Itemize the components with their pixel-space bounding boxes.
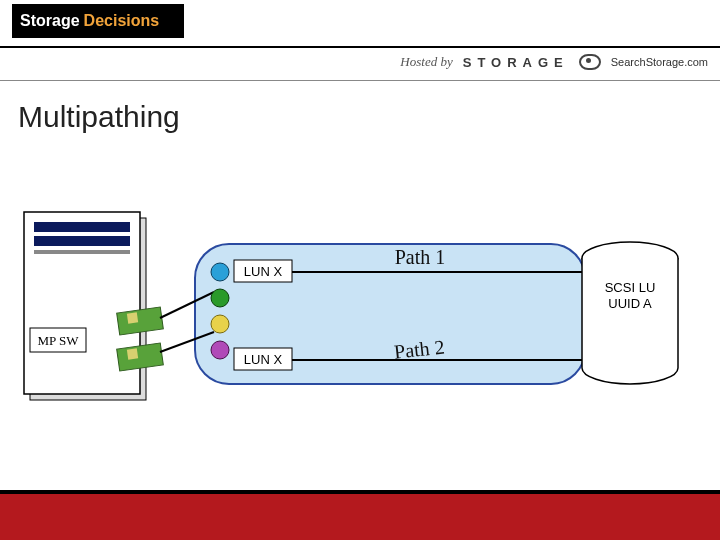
lun-1-label: LUN X (244, 264, 283, 279)
brand-right: Decisions (84, 12, 160, 30)
footer-bar (0, 490, 720, 540)
path-1-label: Path 1 (395, 246, 446, 268)
brand-logo: Storage Decisions (12, 4, 184, 38)
slide: Storage Decisions Hosted by STORAGE Sear… (0, 0, 720, 540)
svg-rect-9 (127, 348, 138, 359)
svg-rect-11 (582, 258, 678, 368)
mp-sw-label: MP SW (37, 333, 79, 348)
server-icon (24, 212, 146, 400)
brand-strip: Storage Decisions (0, 4, 720, 44)
storage-wordmark: STORAGE (463, 55, 569, 70)
svg-rect-4 (34, 250, 130, 254)
disk-label-2: UUID A (608, 296, 652, 311)
diagram: MP SW LUN X LUN X (0, 200, 720, 460)
svg-rect-7 (127, 312, 138, 323)
search-storage-wordmark: SearchStorage.com (611, 56, 708, 68)
hosted-label: Hosted by (400, 54, 452, 70)
divider-sub (0, 80, 720, 81)
port-ball-green (211, 289, 229, 307)
disk-icon (582, 242, 678, 384)
port-ball-yellow (211, 315, 229, 333)
brand-left: Storage (20, 12, 80, 30)
svg-rect-3 (34, 236, 130, 246)
divider-top (0, 46, 720, 48)
port-ball-blue (211, 263, 229, 281)
disk-label-1: SCSI LU (605, 280, 656, 295)
slide-title: Multipathing (18, 100, 180, 134)
svg-rect-2 (34, 222, 130, 232)
eye-icon (579, 54, 601, 70)
hosted-by: Hosted by STORAGE SearchStorage.com (400, 54, 708, 70)
lun-2-label: LUN X (244, 352, 283, 367)
port-ball-purple (211, 341, 229, 359)
